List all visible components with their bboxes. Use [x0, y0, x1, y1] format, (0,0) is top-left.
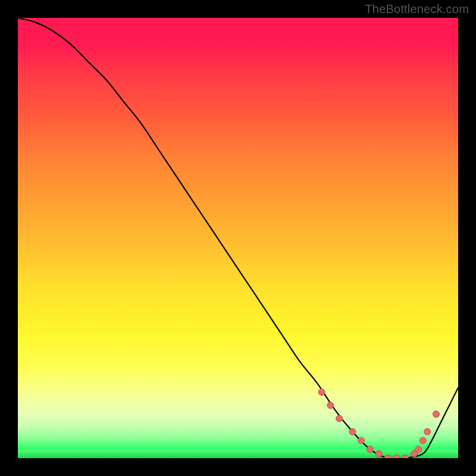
curve-marker [433, 411, 440, 418]
curve-marker [367, 446, 374, 453]
bottleneck-curve-path [18, 18, 458, 458]
plot-area [18, 18, 458, 458]
curve-marker [384, 455, 391, 459]
curve-marker [402, 455, 409, 459]
curve-marker [419, 437, 426, 444]
chart-frame: TheBottleneck.com [0, 0, 476, 476]
curve-marker [424, 428, 431, 435]
marker-group [318, 389, 439, 459]
curve-marker [327, 402, 334, 409]
watermark-text: TheBottleneck.com [365, 2, 469, 16]
curve-marker [358, 437, 365, 444]
curve-svg [18, 18, 458, 458]
curve-marker [349, 428, 356, 435]
curve-marker [375, 450, 382, 457]
curve-marker [393, 455, 400, 459]
curve-marker [336, 415, 343, 422]
curve-marker [415, 446, 422, 453]
curve-marker [318, 389, 325, 396]
